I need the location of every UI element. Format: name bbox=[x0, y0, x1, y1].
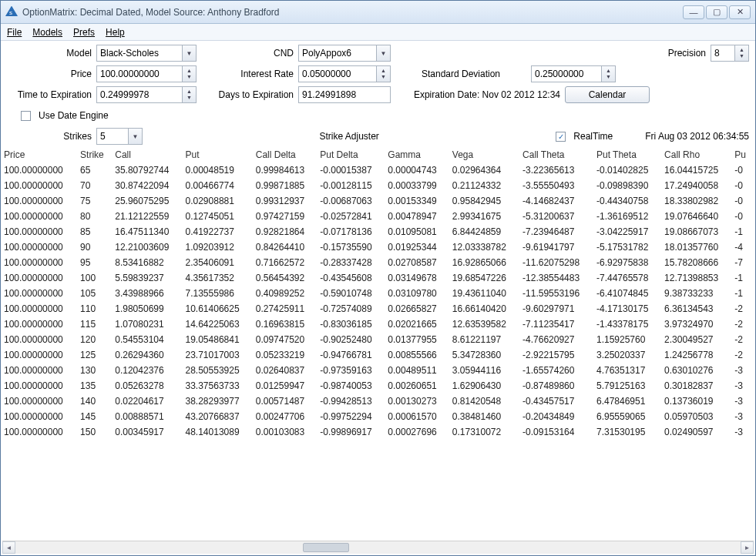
table-row[interactable]: 100.000000007030.874220940.004667740.998… bbox=[2, 178, 754, 193]
table-cell: -1.36169512 bbox=[595, 209, 663, 224]
app-icon bbox=[5, 6, 18, 18]
table-cell: 100.00000000 bbox=[2, 224, 79, 239]
table-cell: 0.00103083 bbox=[254, 424, 318, 440]
table-cell: 0.00260651 bbox=[386, 378, 450, 394]
model-combo[interactable]: Black-Scholes ▼ bbox=[96, 45, 197, 62]
table-row[interactable]: 100.000000001101.9805069910.614066250.27… bbox=[2, 301, 754, 317]
table-cell: 16.04415725 bbox=[663, 162, 733, 178]
menu-models[interactable]: Models bbox=[32, 27, 62, 38]
days-field[interactable]: 91.24991898 bbox=[298, 86, 391, 103]
stddev-value: 0.25000000 bbox=[535, 69, 583, 79]
table-cell: 18.33802982 bbox=[663, 193, 733, 209]
table-row[interactable]: 100.000000008021.121225590.127450510.974… bbox=[2, 209, 754, 224]
table-cell: 0.97427159 bbox=[254, 209, 318, 224]
table-cell: -0.44340758 bbox=[595, 193, 663, 209]
table-cell: -0.83036185 bbox=[318, 317, 386, 332]
close-button[interactable]: ✕ bbox=[729, 5, 751, 19]
table-row[interactable]: 100.00000000958.534168822.354060910.7166… bbox=[2, 255, 754, 270]
column-header[interactable]: Strike bbox=[79, 147, 113, 162]
time-spinner[interactable]: 0.24999978 ▲▼ bbox=[96, 86, 197, 103]
menu-help[interactable]: Help bbox=[106, 27, 125, 38]
menu-prefs[interactable]: Prefs bbox=[73, 27, 95, 38]
horizontal-scrollbar[interactable]: ◄ ► bbox=[2, 541, 754, 554]
column-header[interactable]: Put bbox=[184, 147, 254, 162]
table-cell: 19.68547226 bbox=[451, 270, 521, 286]
table-cell: -6.92975838 bbox=[595, 255, 663, 270]
table-cell: -0.02572841 bbox=[318, 209, 386, 224]
table-row[interactable]: 100.000000001250.2629436023.710170030.05… bbox=[2, 347, 754, 363]
table-cell: 130 bbox=[79, 363, 113, 378]
table-cell: -3 bbox=[733, 363, 754, 378]
table-row[interactable]: 100.000000001400.0220461738.282939770.00… bbox=[2, 394, 754, 409]
column-header[interactable]: Call bbox=[113, 147, 183, 162]
table-row[interactable]: 100.000000001151.0708023114.642250630.16… bbox=[2, 317, 754, 332]
column-header[interactable]: Price bbox=[2, 147, 79, 162]
adjuster-label: Strike Adjuster bbox=[147, 131, 551, 142]
usedate-checkbox[interactable] bbox=[21, 111, 31, 121]
table-cell: -0.43545608 bbox=[318, 270, 386, 286]
strikes-combo[interactable]: 5 ▼ bbox=[96, 128, 143, 145]
realtime-checkbox[interactable]: ✓ bbox=[556, 132, 566, 142]
dropdown-arrow-icon: ▼ bbox=[376, 45, 390, 61]
table-cell: 9.38733233 bbox=[663, 286, 733, 301]
precision-value: 8 bbox=[714, 48, 720, 59]
minimize-button[interactable]: — bbox=[683, 5, 704, 19]
table-cell: 0.09747520 bbox=[254, 332, 318, 347]
price-spinner[interactable]: 100.00000000 ▲▼ bbox=[96, 65, 197, 82]
spinner-arrows-icon: ▲▼ bbox=[734, 45, 748, 61]
table-row[interactable]: 100.000000001053.439889667.135559860.409… bbox=[2, 286, 754, 301]
table-row[interactable]: 100.000000007525.960752950.029088810.993… bbox=[2, 193, 754, 209]
scroll-thumb[interactable] bbox=[303, 543, 349, 552]
table-cell: -2 bbox=[733, 301, 754, 317]
table-row[interactable]: 100.000000001300.1204237628.505539250.02… bbox=[2, 363, 754, 378]
table-cell: 0.00153349 bbox=[386, 193, 450, 209]
scroll-left-arrow-icon[interactable]: ◄ bbox=[2, 541, 15, 554]
table-row[interactable]: 100.000000009012.210036091.092039120.842… bbox=[2, 239, 754, 255]
table-cell: 16.66140420 bbox=[451, 301, 521, 317]
column-header[interactable]: Call Delta bbox=[254, 147, 318, 162]
scroll-right-arrow-icon[interactable]: ► bbox=[741, 541, 754, 554]
table-row[interactable]: 100.000000006535.807927440.000485190.999… bbox=[2, 162, 754, 178]
table-header-row: PriceStrikeCallPutCall DeltaPut DeltaGam… bbox=[2, 147, 754, 162]
table-row[interactable]: 100.000000001500.0034591748.140130890.00… bbox=[2, 424, 754, 440]
table-cell: 10.61406625 bbox=[184, 301, 254, 317]
column-header[interactable]: Put Delta bbox=[318, 147, 386, 162]
table-row[interactable]: 100.000000001350.0526327833.375637330.01… bbox=[2, 378, 754, 394]
table-cell: 6.95559065 bbox=[595, 409, 663, 424]
table-row[interactable]: 100.000000001200.5455310419.054868410.09… bbox=[2, 332, 754, 347]
table-row[interactable]: 100.000000001005.598392374.356173520.564… bbox=[2, 270, 754, 286]
table-cell: 100.00000000 bbox=[2, 162, 79, 178]
column-header[interactable]: Gamma bbox=[386, 147, 450, 162]
interest-spinner[interactable]: 0.05000000 ▲▼ bbox=[298, 65, 391, 82]
table-cell: 0.16963815 bbox=[254, 317, 318, 332]
table-cell: 100.00000000 bbox=[2, 301, 79, 317]
column-header[interactable]: Pu bbox=[733, 147, 754, 162]
table-cell: 0.00478947 bbox=[386, 209, 450, 224]
spinner-arrows-icon: ▲▼ bbox=[376, 66, 390, 82]
table-cell: 100.00000000 bbox=[2, 378, 79, 394]
spinner-arrows-icon: ▲▼ bbox=[182, 87, 196, 102]
table-cell: 75 bbox=[79, 193, 113, 209]
menu-file[interactable]: File bbox=[7, 27, 22, 38]
table-cell: 0.01259947 bbox=[254, 378, 318, 394]
table-cell: 100.00000000 bbox=[2, 347, 79, 363]
maximize-button[interactable]: ▢ bbox=[706, 5, 727, 19]
table-cell: -0.15735590 bbox=[318, 239, 386, 255]
table-row[interactable]: 100.000000008516.475113400.419227370.928… bbox=[2, 224, 754, 239]
column-header[interactable]: Call Rho bbox=[663, 147, 733, 162]
cnd-combo[interactable]: PolyAppox6 ▼ bbox=[298, 45, 391, 62]
column-header[interactable]: Vega bbox=[451, 147, 521, 162]
table-row[interactable]: 100.000000001450.0088857143.207668370.00… bbox=[2, 409, 754, 424]
calendar-button[interactable]: Calendar bbox=[565, 86, 650, 103]
precision-spinner[interactable]: 8 ▲▼ bbox=[711, 45, 749, 62]
table-cell: 0.84264410 bbox=[254, 239, 318, 255]
dropdown-arrow-icon: ▼ bbox=[182, 45, 196, 61]
table-cell: 48.14013089 bbox=[184, 424, 254, 440]
column-header[interactable]: Put Theta bbox=[595, 147, 663, 162]
table-cell: -0.90252480 bbox=[318, 332, 386, 347]
table-cell: 80 bbox=[79, 209, 113, 224]
table-cell: 105 bbox=[79, 286, 113, 301]
column-header[interactable]: Call Theta bbox=[521, 147, 595, 162]
stddev-spinner[interactable]: 0.25000000 ▲▼ bbox=[531, 65, 616, 82]
table-cell: 1.15925760 bbox=[595, 332, 663, 347]
